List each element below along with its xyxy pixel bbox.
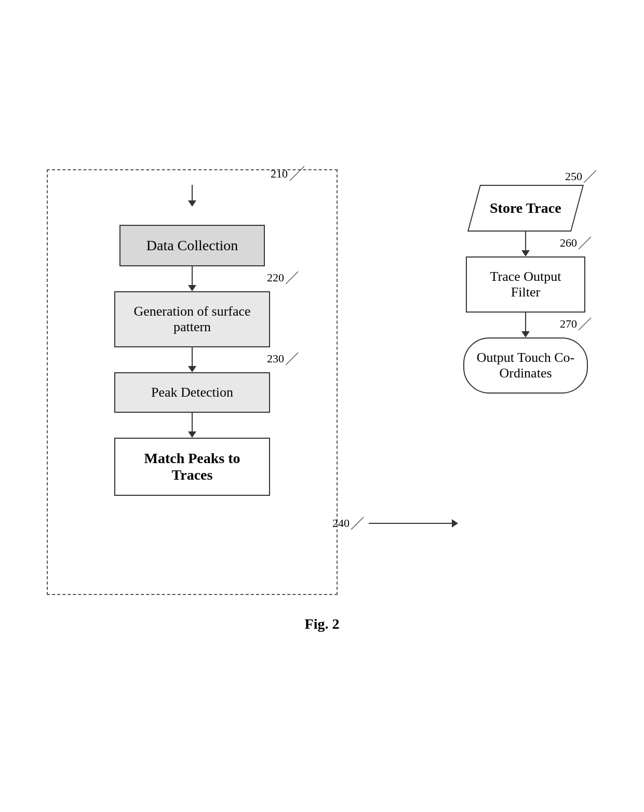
main-content: 210 Data Collection 220 — [47, 169, 597, 595]
data-collection-label: Data Collection — [146, 237, 238, 253]
generation-label: Generation of surface pattern — [133, 304, 250, 334]
label-240: 240 — [332, 517, 350, 530]
data-collection-box: Data Collection — [119, 225, 265, 266]
diagram-container: 210 Data Collection 220 — [36, 148, 608, 664]
match-peaks-label: Match Peaks to Traces — [144, 450, 240, 483]
figure-label: Fig. 2 — [47, 616, 597, 632]
right-column: 250 Store Trace 260 Trace Output Filter — [463, 169, 588, 394]
label-270: 270 — [560, 317, 577, 331]
svg-line-4 — [584, 170, 596, 183]
match-peaks-box: Match Peaks to Traces — [114, 438, 270, 496]
svg-line-5 — [579, 237, 591, 249]
label-250: 250 — [565, 170, 582, 183]
dashed-box: 210 Data Collection 220 — [47, 169, 338, 595]
trace-output-box: Trace Output Filter — [466, 256, 585, 313]
svg-line-0 — [290, 166, 304, 181]
trace-output-label: Trace Output Filter — [490, 269, 561, 300]
output-touch-box: Output Touch Co-Ordinates — [463, 337, 588, 394]
label-230: 230 — [267, 352, 284, 366]
svg-line-3 — [351, 517, 364, 530]
store-trace-label: Store Trace — [490, 200, 561, 216]
svg-line-1 — [286, 272, 298, 284]
svg-line-6 — [579, 318, 591, 330]
store-trace-box: Store Trace — [467, 185, 584, 232]
peak-detection-label: Peak Detection — [151, 385, 233, 400]
output-touch-label: Output Touch Co-Ordinates — [477, 350, 574, 381]
generation-box: Generation of surface pattern — [114, 291, 270, 347]
label-260: 260 — [560, 236, 577, 250]
svg-line-2 — [286, 353, 298, 365]
label-220: 220 — [267, 271, 284, 285]
label-210: 210 — [271, 167, 288, 181]
peak-detection-box: Peak Detection — [114, 372, 270, 413]
